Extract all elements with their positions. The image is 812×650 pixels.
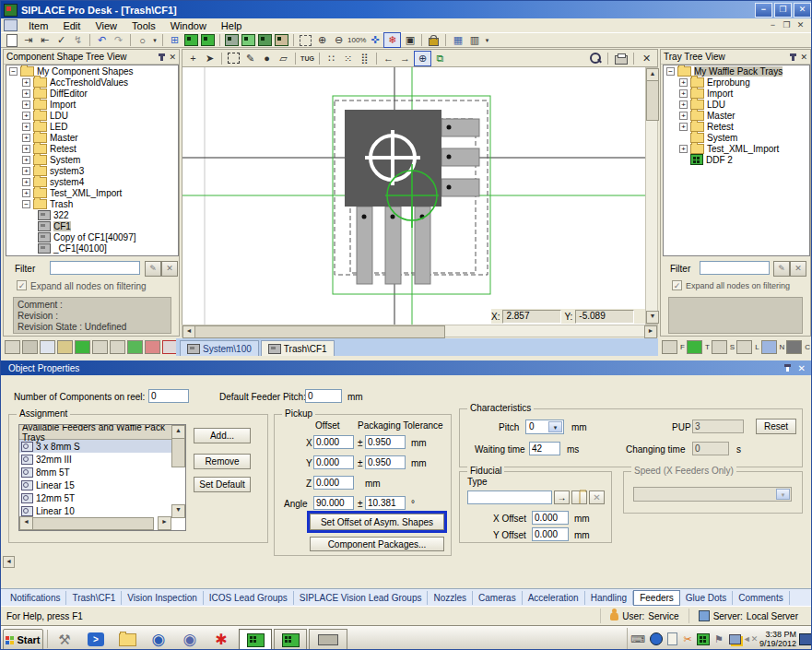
filter-input[interactable] [50,261,140,275]
pin-icon[interactable] [792,53,794,61]
shape-tool-dropdown-icon[interactable]: ▾ [151,33,159,47]
tree-item-folder[interactable]: +LED [6,121,178,132]
expand-icon[interactable]: + [22,178,30,186]
round-app-icon[interactable]: ◉ [147,630,171,649]
marquee-select-icon[interactable] [298,33,313,47]
layers-icon[interactable]: ⧉ [432,52,448,65]
table-view-icon[interactable] [92,340,108,354]
recycle-icon[interactable] [127,340,143,354]
redo-icon[interactable]: ↷ [111,33,126,47]
shape-edit-icon[interactable] [224,33,240,47]
zoom-100-icon[interactable]: 100% [347,33,366,47]
body-tool-icon[interactable]: ● [259,52,275,65]
filter-input[interactable] [700,261,770,275]
feeder-list-item[interactable]: 8mm 5T [19,466,185,479]
expand-icon[interactable]: + [679,78,688,87]
canvas-vertical-scrollbar[interactable]: ▲ ▼ [645,67,658,325]
scroll-up-icon[interactable]: ▲ [646,68,659,81]
x-tolerance-input[interactable] [365,435,406,449]
remove-button[interactable]: Remove [194,454,251,469]
expand-icon[interactable]: + [679,145,688,153]
goto-previous-icon[interactable]: ⇤ [37,33,53,47]
folder-icon[interactable] [115,630,139,649]
restore-button[interactable]: ❐ [774,3,792,18]
taskbar-app-shape-editor[interactable] [239,629,272,650]
print-icon[interactable] [613,52,629,65]
lead-tool-icon[interactable]: ▱ [276,52,291,65]
tree-item-shape[interactable]: Copy of CF1[40097] [6,231,178,242]
shape-camera-icon[interactable] [257,33,273,47]
list-scroll-thumb[interactable] [171,438,185,467]
feeder-list-item[interactable]: Linear 15 [19,479,185,491]
board-view-icon[interactable] [75,340,90,354]
grid-medium-icon[interactable]: ⁙ [340,52,356,65]
tab-nozzles[interactable]: Nozzles [428,591,473,605]
nozzle-icon[interactable] [761,340,777,354]
menu-item[interactable]: Item [21,20,55,31]
expand-icon[interactable]: + [679,89,688,98]
expand-icon[interactable]: + [22,112,30,120]
start-button[interactable]: Start [3,629,43,650]
feeder-list-item[interactable]: 12mm 5T [19,491,185,504]
expand-nodes-checkbox[interactable]: ✓ [17,280,27,290]
component-board-icon[interactable] [183,33,199,47]
battery-icon[interactable] [145,340,160,354]
menu-edit[interactable]: Edit [55,20,88,31]
tree-item-root-selected[interactable]: − My Waffle Pack Trays [664,65,809,77]
refresh-icon[interactable]: ↯ [70,33,86,47]
angle-offset-input[interactable] [313,496,354,510]
feeder-cart-icon[interactable] [712,340,727,354]
tray-view-icon[interactable] [687,340,702,354]
close-view-icon[interactable]: ✕ [639,52,654,65]
pin-icon[interactable] [786,364,789,372]
collapse-icon[interactable]: − [22,200,30,208]
lock-icon[interactable] [426,33,441,47]
next-icon[interactable]: → [397,52,413,65]
move-tool-icon[interactable] [40,340,55,354]
filter-apply-icon[interactable]: ✎ [773,261,790,277]
feeder-list-item[interactable]: 32mm III [19,453,185,466]
taskbar-app-machine[interactable] [309,629,347,650]
tab-trash-cf1[interactable]: Trash\CF1 [261,340,335,356]
scroll-right-icon[interactable]: ► [158,516,171,530]
camera-icon[interactable] [786,340,802,354]
set-offset-asym-shapes-button[interactable]: Set Offset of Asym. Shapes [310,514,444,530]
grid-dense-icon[interactable]: ⣿ [357,52,372,65]
scroll-up-icon[interactable]: ▲ [171,425,185,439]
tree-item-folder[interactable]: +Retest [664,121,809,132]
snap-mode-icon[interactable]: ❄ [383,32,401,48]
expand-icon[interactable]: + [679,100,688,109]
feeder-list-item[interactable]: 8mm 5L [19,530,185,531]
tree-item-folder[interactable]: +Import [664,88,809,99]
tree-item-shape[interactable]: 322 [6,209,178,220]
zoom-lens-icon[interactable] [587,52,603,65]
canvas-horizontal-scrollbar[interactable]: ◄ ► [182,325,658,337]
expand-icon[interactable]: + [22,145,30,153]
assign-arrow-button[interactable]: → [554,490,570,504]
filter-clear-icon[interactable]: ✕ [790,261,806,277]
waiting-time-input[interactable] [529,442,560,455]
tab-acceleration[interactable]: Acceleration [523,591,585,605]
previous-icon[interactable]: ← [381,52,396,65]
tab-notifications[interactable]: Notifications [5,591,66,605]
scroll-down-icon[interactable]: ▼ [171,504,185,518]
mdi-close-button[interactable]: ✕ [794,20,807,31]
filter-clear-icon[interactable]: ✕ [161,261,178,277]
properties-scroll-left-icon[interactable]: ◄ [3,556,15,568]
pan-icon[interactable]: ✜ [367,33,382,47]
tree-item-folder[interactable]: +system4 [6,176,178,187]
tree-item-folder[interactable]: System [664,132,809,143]
y-tolerance-input[interactable] [365,455,406,469]
expand-icon[interactable]: + [22,89,30,98]
tool-hammer-icon[interactable]: ⚒ [53,630,76,649]
columns-icon[interactable]: ▥ [466,33,482,47]
goto-next-icon[interactable]: ⇥ [20,33,36,47]
shape-draw-icon[interactable] [241,33,256,47]
columns-dropdown-icon[interactable]: ▾ [483,33,490,47]
pin-icon[interactable] [160,53,163,61]
tree-item-folder[interactable]: +LDU [664,99,809,110]
new-document-icon[interactable] [4,33,19,47]
machine-icon[interactable] [736,340,752,354]
mdi-document-icon[interactable] [4,19,18,31]
expand-nodes-checkbox[interactable]: ✓ [672,280,682,290]
